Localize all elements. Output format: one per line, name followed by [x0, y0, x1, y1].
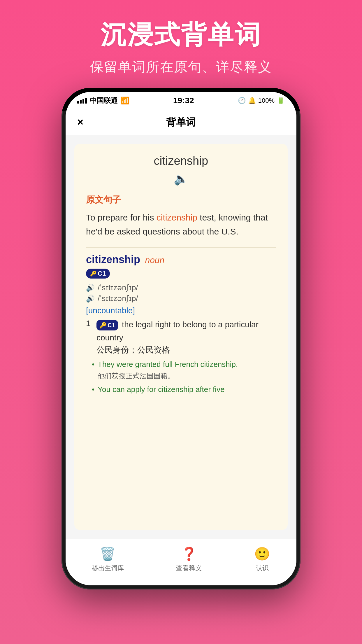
- wifi-icon: 📶: [121, 97, 129, 105]
- example-item-1: They were granted full French citizenshi…: [92, 358, 276, 382]
- dict-entry-header: citizenship noun: [86, 253, 276, 266]
- signal-bar-4: [85, 98, 87, 104]
- known-label: 认识: [256, 564, 269, 573]
- c1-badge: 🔑 C1: [86, 269, 110, 279]
- def-content-area: 🔑 C1 the legal right to belong to a part…: [96, 318, 276, 356]
- view-definition-button[interactable]: ❓ 查看释义: [176, 546, 202, 573]
- countable-label: [uncountable]: [86, 306, 276, 315]
- clock-icon: 🕐: [238, 97, 246, 104]
- signal-bar-2: [80, 100, 82, 104]
- def-chinese: 公民身份；公民资格: [96, 344, 276, 356]
- app-subtitle: 保留单词所在原句、详尽释义: [0, 58, 362, 76]
- example1-chinese: 他们获授正式法国国籍。: [98, 370, 276, 382]
- trash-icon: 🗑️: [100, 546, 116, 561]
- sound-icon[interactable]: 🔈: [86, 172, 276, 186]
- close-button[interactable]: ×: [77, 116, 83, 128]
- dict-pos: noun: [145, 255, 164, 265]
- us-pronunciation: 🔊 /ˈsɪtɪzənʃɪp/: [86, 294, 276, 303]
- smile-icon: 🙂: [254, 546, 270, 561]
- signal-bar-3: [82, 99, 84, 104]
- def-badge-label: C1: [108, 321, 115, 330]
- us-speaker-icon[interactable]: 🔊: [86, 295, 95, 303]
- uk-speaker-icon[interactable]: 🔊: [86, 284, 95, 292]
- status-bar: 中国联通 📶 19:32 🕐 🔔 100% 🔋: [66, 92, 296, 109]
- battery-percent: 100%: [258, 97, 275, 104]
- example-list: They were granted full French citizenshi…: [92, 358, 276, 396]
- status-time: 19:32: [173, 96, 194, 105]
- status-right-area: 🕐 🔔 100% 🔋: [238, 97, 285, 104]
- remove-from-vocab-button[interactable]: 🗑️ 移出生词库: [92, 546, 124, 573]
- main-content: citizenship 🔈 原文句子 To prepare for his ci…: [66, 135, 296, 539]
- uk-pron-text: /ˈsɪtɪzənʃɪp/: [98, 283, 138, 292]
- original-sentence: To prepare for his citizenship test, kno…: [86, 211, 276, 239]
- word-card: citizenship 🔈 原文句子 To prepare for his ci…: [74, 144, 288, 530]
- alarm-icon: 🔔: [248, 97, 256, 104]
- example2-partial: You can apply for citizenship after five: [98, 385, 225, 394]
- example-item-2: You can apply for citizenship after five: [92, 384, 276, 396]
- remove-label: 移出生词库: [92, 564, 124, 573]
- battery-icon: 🔋: [277, 97, 285, 104]
- def-badge-icon: 🔑: [99, 321, 107, 330]
- divider: [86, 247, 276, 248]
- sentence-highlight: citizenship: [157, 213, 197, 222]
- status-carrier-area: 中国联通 📶: [77, 96, 129, 105]
- word-heading: citizenship: [86, 154, 276, 167]
- def-english: the legal right to belong to a particula…: [96, 320, 259, 342]
- example1-english: They were granted full French citizenshi…: [98, 360, 238, 369]
- definition-row: 1 🔑 C1 the legal right to belong to a pa…: [86, 318, 276, 356]
- question-icon: ❓: [181, 546, 197, 561]
- c1-badge-container: 🔑 C1: [86, 266, 276, 281]
- signal-bars: [77, 98, 87, 104]
- top-header: 沉浸式背单词 保留单词所在原句、详尽释义: [0, 0, 362, 88]
- phone-wrapper: 中国联通 📶 19:32 🕐 🔔 100% 🔋 × 背单词: [61, 88, 301, 644]
- sentence-before: To prepare for his: [86, 213, 157, 222]
- phone-screen: 中国联通 📶 19:32 🕐 🔔 100% 🔋 × 背单词: [66, 92, 296, 585]
- section-label-original: 原文句子: [86, 194, 276, 206]
- uk-pronunciation: 🔊 /ˈsɪtɪzənʃɪp/: [86, 283, 276, 292]
- phone-frame: 中国联通 📶 19:32 🕐 🔔 100% 🔋 × 背单词: [61, 88, 301, 589]
- definition-label: 查看释义: [176, 564, 202, 573]
- dict-word: citizenship: [86, 253, 140, 265]
- carrier-name: 中国联通: [90, 96, 118, 105]
- known-button[interactable]: 🙂 认识: [254, 546, 270, 573]
- badge-icon: 🔑: [90, 270, 96, 277]
- def-number: 1: [86, 319, 93, 328]
- nav-title: 背单词: [166, 116, 196, 129]
- app-title: 沉浸式背单词: [0, 18, 362, 52]
- def-text: 🔑 C1 the legal right to belong to a part…: [96, 318, 276, 344]
- def-c1-badge: 🔑 C1: [96, 320, 118, 330]
- us-pron-text: /ˈsɪtɪzənʃɪp/: [98, 294, 138, 303]
- signal-bar-1: [77, 101, 79, 104]
- bottom-toolbar: 🗑️ 移出生词库 ❓ 查看释义 🙂 认识: [66, 539, 296, 585]
- c1-label: C1: [98, 270, 106, 277]
- nav-bar: × 背单词: [66, 109, 296, 135]
